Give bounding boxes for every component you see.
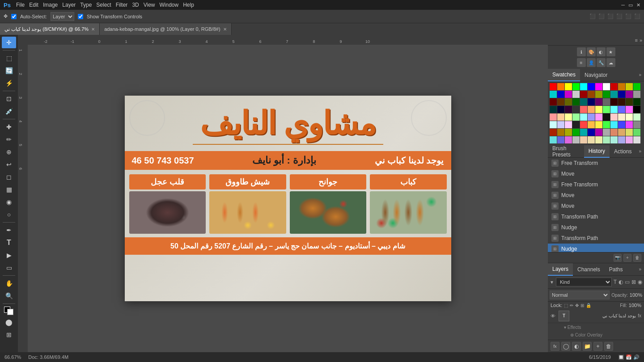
swatch-21[interactable] [618,91,625,98]
swatch-5[interactable] [588,83,595,90]
move-tool[interactable]: ✛ [2,37,16,48]
tab-psd-close[interactable]: ✕ [91,27,95,32]
swatch-17[interactable] [588,91,595,98]
swatch-35[interactable] [633,98,640,105]
swatch-52[interactable] [580,114,587,121]
align-icon-3[interactable]: ⬛ [607,13,614,19]
swatch-49[interactable] [557,114,564,121]
layers-toggle[interactable]: ◉ [638,279,642,285]
swatch-15[interactable] [572,91,580,98]
swatch-37[interactable] [557,106,564,113]
foreground-color[interactable] [3,306,15,316]
tab-navigator[interactable]: Navigator [580,69,612,81]
swatch-66[interactable] [595,121,602,128]
minimize-btn[interactable]: ─ [621,2,625,8]
swatch-20[interactable] [610,91,618,98]
swatch-32[interactable] [610,98,618,105]
swatch-46[interactable] [626,106,633,113]
swatch-8[interactable] [610,83,618,90]
history-item-2[interactable]: ⊞Free Transform [548,179,644,190]
swatch-82[interactable] [626,129,633,136]
tab-layers[interactable]: Layers [548,263,573,276]
swatch-19[interactable] [603,91,610,98]
align-icon-5[interactable]: ⬛ [625,13,631,19]
swatch-64[interactable] [580,121,587,128]
cloud-icon[interactable]: ☁ [606,58,615,67]
swatch-30[interactable] [595,98,602,105]
tab-history[interactable]: History [584,145,610,158]
menu-3d[interactable]: 3D [132,2,139,8]
mask-btn[interactable]: ◯ [561,342,570,351]
tab-channels[interactable]: Channels [573,263,605,276]
swatch-74[interactable] [565,129,572,136]
menu-view[interactable]: View [144,2,155,8]
swatch-71[interactable] [633,121,640,128]
brush-tool[interactable]: ✏ [2,134,16,145]
swatch-51[interactable] [572,114,580,121]
swatch-67[interactable] [603,121,610,128]
menu-select[interactable]: Select [96,2,111,8]
swatch-95[interactable] [633,136,640,143]
swatch-14[interactable] [565,91,572,98]
swatch-3[interactable] [572,83,580,90]
swatch-12[interactable] [550,91,557,98]
tab-jpg[interactable]: adana-kebap-mangal.jpg @ 100% (Layer 0, … [100,23,231,35]
crop-tool[interactable]: ⊡ [2,93,16,105]
tab-actions[interactable]: Actions [610,145,636,158]
filter-shape-icon[interactable]: ▭ [625,279,630,285]
swatch-55[interactable] [603,114,610,121]
history-item-3[interactable]: ⊞Move [548,190,644,201]
align-icon-2[interactable]: ⬛ [598,13,605,19]
swatch-47[interactable] [633,106,640,113]
swatch-53[interactable] [588,114,595,121]
people-icon[interactable]: 👤 [587,58,596,67]
swatch-10[interactable] [626,83,633,90]
opacity-value[interactable]: 100% [630,292,642,298]
history-item-6[interactable]: ⊞Nudge [548,222,644,233]
swatch-2[interactable] [565,83,572,90]
swatch-26[interactable] [565,98,572,105]
swatch-11[interactable] [633,83,640,90]
filter-adjust-icon[interactable]: ◐ [619,279,623,285]
swatch-86[interactable] [565,136,572,143]
swatch-65[interactable] [588,121,595,128]
swatch-78[interactable] [595,129,602,136]
swatch-36[interactable] [550,106,557,113]
swatch-9[interactable] [618,83,625,90]
swatch-87[interactable] [572,136,580,143]
layer-item-0[interactable]: 👁Tيوجد لدينا كباب نيfx [548,309,644,323]
swatch-62[interactable] [565,121,572,128]
swatch-92[interactable] [610,136,618,143]
swatch-23[interactable] [633,91,640,98]
color-icon[interactable]: 🎨 [587,47,596,56]
tab-paths[interactable]: Paths [605,263,627,276]
delete-layer-btn[interactable]: 🗑 [604,342,613,351]
magic-wand-tool[interactable]: ⚡ [2,77,16,89]
menu-window[interactable]: Window [160,2,179,8]
swatch-84[interactable] [550,136,557,143]
menu-file[interactable]: File [16,2,25,8]
history-expand[interactable]: » [636,149,644,154]
history-new-btn[interactable]: + [623,254,631,262]
swatch-33[interactable] [618,98,625,105]
history-delete-btn[interactable]: 🗑 [633,254,641,262]
menu-filter[interactable]: Filter [116,2,128,8]
type-tool[interactable]: T [2,237,16,248]
menu-bar[interactable]: File Edit Image Layer Type Select Filter… [16,2,194,8]
swatch-24[interactable] [550,98,557,105]
swatch-4[interactable] [580,83,587,90]
align-icon-6[interactable]: ⬛ [634,13,640,19]
swatches-expand[interactable]: » [636,72,644,77]
menu-type[interactable]: Type [80,2,92,8]
layer-visibility-0[interactable]: 👁 [551,313,557,319]
swatch-28[interactable] [580,98,587,105]
panel-menu-icon[interactable]: ≡ [635,38,637,43]
swatch-76[interactable] [580,129,587,136]
swatch-41[interactable] [588,106,595,113]
marquee-tool[interactable]: ⬚ [2,52,16,64]
panel-collapse-icon[interactable]: » [640,38,642,43]
lock-image-icon[interactable]: ✏ [570,303,573,308]
history-snapshot-btn[interactable]: 📷 [614,254,622,262]
swatch-68[interactable] [610,121,618,128]
swatch-94[interactable] [626,136,633,143]
